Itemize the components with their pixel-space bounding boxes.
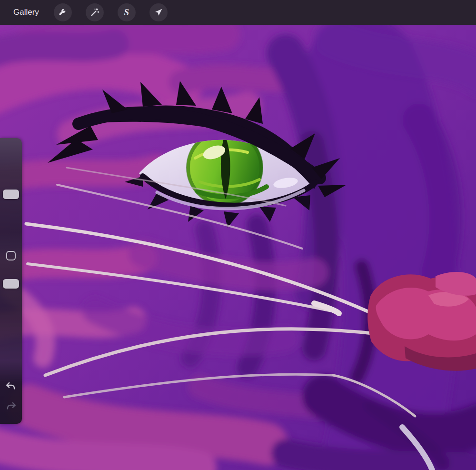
modify-button[interactable] [6,251,16,260]
selection-s-icon: S [124,8,129,17]
undo-button[interactable] [5,380,17,392]
magic-wand-icon [89,7,100,18]
selection-button[interactable]: S [118,3,136,21]
top-toolbar: Gallery S [0,0,476,25]
brush-size-slider[interactable] [0,138,22,233]
undo-arrow-icon [5,380,17,392]
sidebar [0,138,22,424]
redo-button[interactable] [5,400,17,412]
brush-size-slider-thumb[interactable] [3,190,19,199]
actions-button[interactable] [54,3,72,21]
canvas[interactable] [0,25,476,470]
adjustments-button[interactable] [86,3,104,21]
opacity-slider-thumb[interactable] [3,279,19,289]
redo-arrow-icon [5,400,17,412]
wrench-icon [58,7,68,18]
artwork-cat-painting [0,25,476,470]
gallery-button[interactable]: Gallery [13,8,39,17]
transform-arrow-icon [153,7,164,18]
transform-button[interactable] [149,3,168,21]
